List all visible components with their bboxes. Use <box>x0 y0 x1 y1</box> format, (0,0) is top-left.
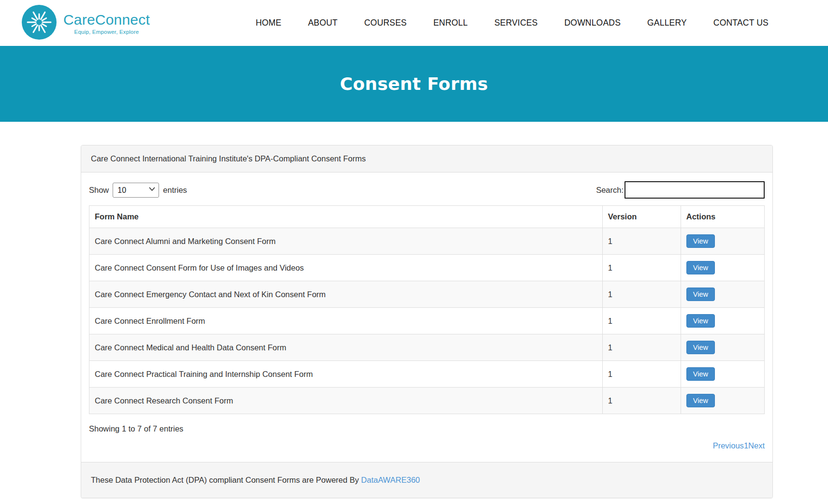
entries-select-wrap: 10 <box>113 183 159 198</box>
nav-item-gallery[interactable]: GALLERY <box>647 18 687 28</box>
version-cell: 1 <box>602 388 681 414</box>
show-label: Show <box>89 186 109 195</box>
nav-item-contact-us[interactable]: CONTACT US <box>713 18 769 28</box>
consent-forms-panel: Care Connect International Training Inst… <box>81 145 773 498</box>
form-name-cell: Care Connect Alumni and Marketing Consen… <box>89 228 603 255</box>
actions-cell: View <box>681 281 764 308</box>
actions-cell: View <box>681 334 764 361</box>
table-row: Care Connect Alumni and Marketing Consen… <box>89 228 765 255</box>
table-row: Care Connect Enrollment Form 1 View <box>89 308 765 334</box>
nav-item-services[interactable]: SERVICES <box>494 18 538 28</box>
form-name-cell: Care Connect Practical Training and Inte… <box>89 361 603 388</box>
nav-item-enroll[interactable]: ENROLL <box>433 18 467 28</box>
form-name-cell: Care Connect Research Consent Form <box>89 388 603 414</box>
entries-label: entries <box>163 186 187 195</box>
starburst-icon <box>22 5 57 42</box>
version-cell: 1 <box>602 255 681 281</box>
table-row: Care Connect Consent Form for Use of Ima… <box>89 255 765 281</box>
table-row: Care Connect Medical and Health Data Con… <box>89 334 765 361</box>
table-header-row: Form Name Version Actions <box>89 206 765 228</box>
version-cell: 1 <box>602 281 681 308</box>
search-label: Search: <box>596 186 624 195</box>
pagination-next[interactable]: Next <box>748 441 765 450</box>
version-cell: 1 <box>602 361 681 388</box>
actions-cell: View <box>681 228 764 255</box>
pagination: Previous1Next <box>89 441 765 450</box>
column-header-actions[interactable]: Actions <box>681 206 764 228</box>
entries-length-control: Show 10 entries <box>89 183 187 198</box>
column-header-form-name[interactable]: Form Name <box>89 206 603 228</box>
entries-per-page-select[interactable]: 10 <box>113 183 159 198</box>
view-button[interactable]: View <box>686 261 715 274</box>
table-info: Showing 1 to 7 of 7 entries <box>89 424 765 433</box>
pagination-page-1[interactable]: 1 <box>744 441 748 450</box>
view-button[interactable]: View <box>686 367 715 381</box>
view-button[interactable]: View <box>686 314 715 328</box>
actions-cell: View <box>681 388 764 414</box>
nav-item-about[interactable]: ABOUT <box>308 18 337 28</box>
page-title: Consent Forms <box>340 74 488 94</box>
consent-forms-table: Form Name Version Actions Care Connect A… <box>89 205 765 414</box>
nav-item-courses[interactable]: COURSES <box>364 18 407 28</box>
actions-cell: View <box>681 255 764 281</box>
top-navbar: CareConnect Equip, Empower, Explore HOME… <box>0 0 828 46</box>
panel-footer: These Data Protection Act (DPA) complian… <box>81 462 772 498</box>
actions-cell: View <box>681 361 764 388</box>
powered-by-text: These Data Protection Act (DPA) complian… <box>91 475 361 484</box>
view-button[interactable]: View <box>686 288 715 301</box>
form-name-cell: Care Connect Emergency Contact and Next … <box>89 281 603 308</box>
view-button[interactable]: View <box>686 341 715 354</box>
search-input[interactable] <box>625 181 765 199</box>
table-row: Care Connect Practical Training and Inte… <box>89 361 765 388</box>
pagination-previous[interactable]: Previous <box>713 441 744 450</box>
table-row: Care Connect Research Consent Form 1 Vie… <box>89 388 765 414</box>
brand-tagline: Equip, Empower, Explore <box>74 29 139 35</box>
actions-cell: View <box>681 308 764 334</box>
form-name-cell: Care Connect Consent Form for Use of Ima… <box>89 255 603 281</box>
brand-name: CareConnect <box>63 12 150 28</box>
dataaware360-link[interactable]: DataAWARE360 <box>361 475 420 484</box>
form-name-cell: Care Connect Medical and Health Data Con… <box>89 334 603 361</box>
view-button[interactable]: View <box>686 234 715 248</box>
view-button[interactable]: View <box>686 394 715 407</box>
table-row: Care Connect Emergency Contact and Next … <box>89 281 765 308</box>
nav-item-downloads[interactable]: DOWNLOADS <box>564 18 621 28</box>
page-banner: Consent Forms <box>0 46 828 122</box>
version-cell: 1 <box>602 308 681 334</box>
nav-item-home[interactable]: HOME <box>256 18 281 28</box>
panel-heading: Care Connect International Training Inst… <box>81 145 772 173</box>
version-cell: 1 <box>602 228 681 255</box>
version-cell: 1 <box>602 334 681 361</box>
form-name-cell: Care Connect Enrollment Form <box>89 308 603 334</box>
column-header-version[interactable]: Version <box>602 206 681 228</box>
table-controls: Show 10 entries Search: <box>89 181 765 199</box>
main-nav: HOME ABOUT COURSES ENROLL SERVICES DOWNL… <box>256 18 769 28</box>
search-control: Search: <box>596 181 765 199</box>
panel-body: Show 10 entries Search: <box>81 173 772 462</box>
brand-logo-home-link[interactable]: CareConnect Equip, Empower, Explore <box>22 5 150 42</box>
